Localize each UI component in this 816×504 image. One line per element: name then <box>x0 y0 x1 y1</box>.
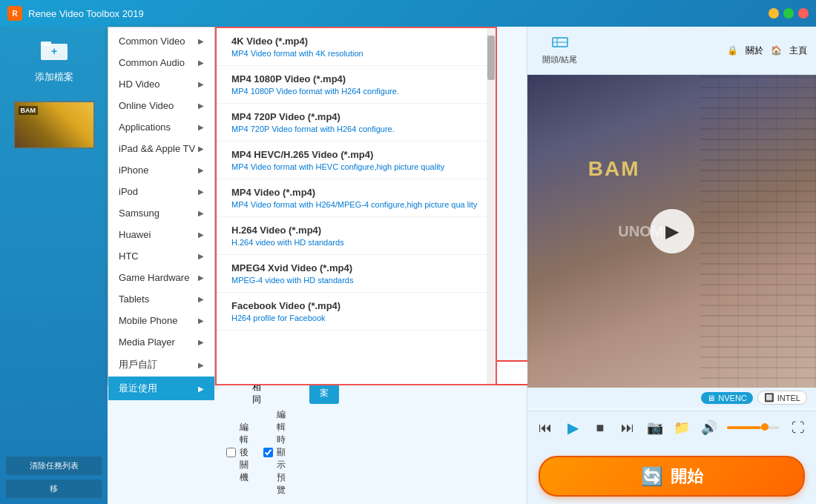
menu-item-tablets[interactable]: Tablets▶ <box>108 288 214 310</box>
play-button[interactable]: ▶ <box>564 417 582 438</box>
start-label: 開始 <box>671 465 703 488</box>
menu-item-htc[interactable]: HTC▶ <box>108 245 214 267</box>
player-controls: ⏮ ▶ ■ ⏭ 📷 📁 🔊 ⛶ <box>527 411 816 448</box>
preview-checkbox[interactable] <box>263 448 273 457</box>
add-file-label: 添加檔案 <box>35 70 73 84</box>
trim-icon <box>551 36 569 53</box>
screenshot-button[interactable]: 📷 <box>645 417 664 438</box>
menu-item-label: iPad && Apple TV <box>119 143 195 154</box>
format-name: Facebook Video (*.mp4) <box>231 300 481 311</box>
prev-button[interactable]: ⏮ <box>536 417 555 438</box>
trim-button[interactable]: 開頭/結尾 <box>536 33 583 68</box>
minimize-btn[interactable] <box>769 8 779 19</box>
menu-item-label: iPod <box>119 186 138 197</box>
format-item-2[interactable]: MP4 720P Video (*.mp4) MP4 720P Video fo… <box>217 104 496 142</box>
nvenc-badge[interactable]: 🖥 NVENC <box>701 392 753 404</box>
format-item-5[interactable]: H.264 Video (*.mp4) H.264 video with HD … <box>217 217 496 255</box>
video-play-button[interactable]: ▶ <box>650 209 694 253</box>
nvenc-label: NVENC <box>718 394 747 402</box>
video-player: BAM UNOMI ▶ <box>527 75 816 388</box>
add-file-button[interactable]: + 添加檔案 <box>29 34 79 90</box>
menu-arrow: ▶ <box>198 80 204 88</box>
start-icon: 🔄 <box>641 466 663 487</box>
menu-item-label: 用戶自訂 <box>119 358 157 371</box>
format-item-3[interactable]: MP4 HEVC/H.265 Video (*.mp4) MP4 Video f… <box>217 142 496 179</box>
menu-item-online-video[interactable]: Online Video▶ <box>108 95 214 116</box>
format-item-1[interactable]: MP4 1080P Video (*.mp4) MP4 1080P Video … <box>217 66 496 104</box>
menu-item-game-hardware[interactable]: Game Hardware▶ <box>108 267 214 288</box>
menu-item-label: 最近使用 <box>119 382 157 395</box>
fullscreen-button[interactable]: ⛶ <box>789 417 807 438</box>
menu-item-applications[interactable]: Applications▶ <box>108 116 214 138</box>
svg-text:+: + <box>50 45 56 57</box>
shutdown-checkbox[interactable] <box>226 448 236 457</box>
next-button[interactable]: ⏭ <box>618 417 636 438</box>
close-btn[interactable] <box>798 8 809 19</box>
folder-button[interactable]: 📁 <box>673 417 691 438</box>
menu-item-recently-used[interactable]: 最近使用▶ <box>108 377 214 400</box>
menu-item-ipad[interactable]: iPad && Apple TV▶ <box>108 138 214 159</box>
stop-button[interactable]: ■ <box>591 417 610 438</box>
preview-checkbox-label[interactable]: 編輯時顯示預覽 <box>263 408 286 497</box>
dropdown-overlay: Common Video▶Common Audio▶HD Video▶Onlin… <box>108 27 527 385</box>
menu-item-label: Media Player <box>119 336 175 348</box>
about-label[interactable]: 關於 <box>746 44 763 57</box>
menu-arrow: ▶ <box>198 316 204 325</box>
menu-arrow: ▶ <box>198 209 204 217</box>
menu-item-ipod[interactable]: iPod▶ <box>108 181 214 202</box>
volume-button[interactable]: 🔊 <box>700 417 719 438</box>
home-label[interactable]: 主頁 <box>789 44 807 57</box>
menu-item-label: Common Video <box>119 36 185 47</box>
format-name: 4K Video (*.mp4) <box>231 36 481 47</box>
menu-item-hd-video[interactable]: HD Video▶ <box>108 73 214 95</box>
menu-arrow: ▶ <box>198 59 204 67</box>
menu-arrow: ▶ <box>198 385 204 393</box>
preview-label: 編輯時顯示預覽 <box>277 408 286 497</box>
menu-item-user-custom[interactable]: 用戶自訂▶ <box>108 353 214 377</box>
menu-item-iphone[interactable]: iPhone▶ <box>108 159 214 181</box>
maximize-btn[interactable] <box>783 8 794 19</box>
intel-badge[interactable]: 🔲 INTEL <box>757 391 807 405</box>
start-btn-area: 🔄 開始 <box>527 448 816 504</box>
menu-item-label: Applications <box>119 122 171 133</box>
start-button[interactable]: 🔄 開始 <box>539 456 805 497</box>
volume-thumb[interactable] <box>761 423 769 431</box>
titlebar: R Renee Video Toolbox 2019 <box>0 0 816 27</box>
volume-bar[interactable] <box>727 426 780 429</box>
menu-item-label: Huawei <box>119 229 151 240</box>
lock-icon: 🔒 <box>727 45 738 56</box>
menu-item-label: HD Video <box>119 79 159 90</box>
menu-item-label: Game Hardware <box>119 272 189 283</box>
menu-arrow: ▶ <box>198 338 204 346</box>
menu-item-mobile-phone[interactable]: Mobile Phone▶ <box>108 310 214 331</box>
menu-item-media-player[interactable]: Media Player▶ <box>108 331 214 353</box>
shutdown-checkbox-label[interactable]: 編輯後關機 <box>226 421 249 484</box>
format-item-0[interactable]: 4K Video (*.mp4) MP4 Video format with 4… <box>217 28 496 66</box>
window-controls[interactable] <box>769 8 809 19</box>
move-button[interactable]: 移 <box>6 480 102 498</box>
format-name: MP4 1080P Video (*.mp4) <box>231 73 481 84</box>
sidebar-bottom: 清除任務列表 移 <box>0 451 108 504</box>
submenu-panel: 4K Video (*.mp4) MP4 Video format with 4… <box>215 27 497 385</box>
menu-item-samsung[interactable]: Samsung▶ <box>108 202 214 224</box>
menu-item-common-audio[interactable]: Common Audio▶ <box>108 52 214 73</box>
volume-fill <box>727 426 761 429</box>
menu-item-common-video[interactable]: Common Video▶ <box>108 30 214 52</box>
gpu-icon: 🖥 <box>707 394 715 402</box>
right-toolbar: 開頭/結尾 🔒 關於 🏠 主頁 <box>527 27 816 75</box>
format-item-6[interactable]: MPEG4 Xvid Video (*.mp4) MPEG-4 video wi… <box>217 255 496 293</box>
codec-row: 🖥 NVENC 🔲 INTEL <box>527 388 816 408</box>
clear-tasks-button[interactable]: 清除任務列表 <box>6 457 102 475</box>
thumbnail-bg: BAM <box>15 102 93 147</box>
menu-arrow: ▶ <box>198 231 204 239</box>
menu-arrow: ▶ <box>198 295 204 303</box>
svg-rect-1 <box>41 42 51 46</box>
format-item-7[interactable]: Facebook Video (*.mp4) H264 profile for … <box>217 293 496 331</box>
menu-arrow: ▶ <box>198 102 204 110</box>
format-item-4[interactable]: MP4 Video (*.mp4) MP4 Video format with … <box>217 179 496 217</box>
format-desc: MP4 Video format with 4K resolution <box>231 49 481 58</box>
app-title: Renee Video Toolbox 2019 <box>28 8 769 19</box>
menu-arrow: ▶ <box>198 123 204 131</box>
format-name: MP4 720P Video (*.mp4) <box>231 111 481 122</box>
menu-item-huawei[interactable]: Huawei▶ <box>108 224 214 245</box>
